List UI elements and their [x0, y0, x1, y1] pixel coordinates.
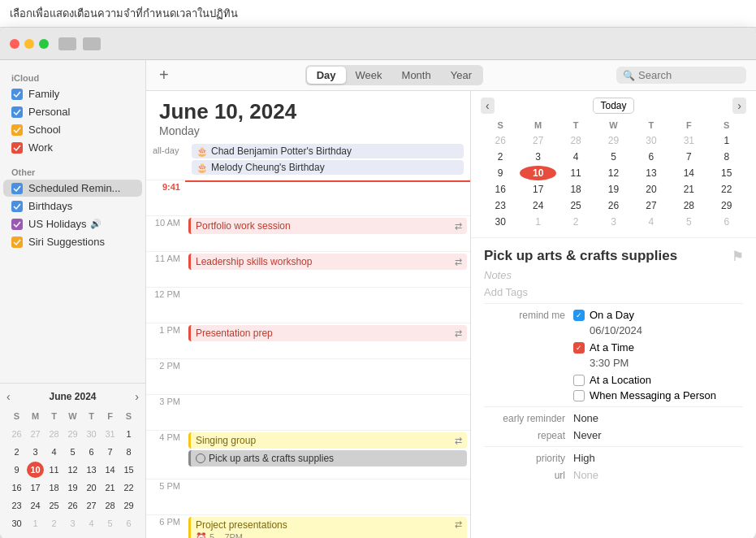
- cal-day-5-4[interactable]: 4: [633, 215, 669, 229]
- cal-day-0-3[interactable]: 29: [64, 426, 81, 442]
- sidebar-item-work[interactable]: Work: [3, 139, 142, 156]
- cal-day-1-1[interactable]: 3: [520, 150, 555, 164]
- mini-cal-next[interactable]: ›: [135, 390, 139, 403]
- sidebar-item-personal[interactable]: Personal: [3, 103, 142, 120]
- event-project[interactable]: Project presentations ⇄ ⏰ 5 – 7PM: [188, 517, 467, 538]
- cal-day-2-5[interactable]: 14: [671, 166, 706, 180]
- cal-day-2-3[interactable]: 12: [64, 462, 81, 478]
- work-checkbox[interactable]: [11, 142, 23, 154]
- cal-day-0-1[interactable]: 27: [520, 133, 555, 148]
- cal-day-1-1[interactable]: 3: [27, 444, 44, 460]
- cal-day-1-4[interactable]: 6: [633, 150, 669, 164]
- sidebar-item-scheduled[interactable]: Scheduled Remin...: [3, 180, 142, 197]
- view-day-button[interactable]: Day: [307, 67, 346, 84]
- cal-day-5-4[interactable]: 4: [83, 515, 100, 531]
- cal-day-4-0[interactable]: 23: [482, 198, 518, 213]
- cal-day-5-1[interactable]: 1: [520, 215, 555, 229]
- search-input[interactable]: [638, 69, 736, 81]
- birthdays-checkbox[interactable]: [11, 201, 23, 212]
- cal-day-5-0[interactable]: 30: [8, 515, 25, 531]
- cal-day-4-1[interactable]: 24: [520, 198, 555, 213]
- siri-checkbox[interactable]: [11, 236, 23, 248]
- family-checkbox[interactable]: [11, 89, 23, 100]
- cal-day-3-3[interactable]: 19: [64, 479, 81, 496]
- sidebar-item-siri[interactable]: Siri Suggestions: [3, 233, 142, 250]
- cal-day-5-2[interactable]: 2: [45, 515, 63, 531]
- personal-checkbox[interactable]: [11, 106, 23, 118]
- sidebar-item-us-holidays[interactable]: US Holidays 🔊: [3, 215, 142, 232]
- cal-day-0-5[interactable]: 31: [102, 426, 119, 442]
- cal-day-0-6[interactable]: 1: [709, 133, 745, 148]
- calendar-icon[interactable]: [58, 37, 76, 50]
- cal-day-2-3[interactable]: 12: [595, 166, 631, 180]
- cal-day-3-5[interactable]: 21: [671, 182, 706, 197]
- at-a-time-checkbox[interactable]: [573, 342, 585, 354]
- cal-day-1-0[interactable]: 2: [8, 444, 25, 460]
- sidebar-item-birthdays[interactable]: Birthdays: [3, 197, 142, 215]
- cal-day-4-2[interactable]: 25: [45, 497, 63, 514]
- cal-day-2-2[interactable]: 11: [45, 462, 63, 478]
- mini-cal-top-next[interactable]: ›: [732, 98, 746, 114]
- cal-day-2-0[interactable]: 9: [482, 166, 518, 180]
- cal-day-0-2[interactable]: 28: [45, 426, 63, 442]
- cal-day-5-6[interactable]: 6: [709, 215, 745, 229]
- cal-day-4-3[interactable]: 26: [595, 198, 631, 213]
- all-day-event-2[interactable]: 🎂 Melody Cheung's Birthday: [192, 160, 464, 175]
- cal-day-0-6[interactable]: 1: [120, 426, 137, 442]
- cal-day-1-2[interactable]: 4: [558, 150, 594, 164]
- view-week-button[interactable]: Week: [346, 67, 392, 84]
- at-a-location-checkbox[interactable]: [573, 375, 585, 386]
- cal-day-3-0[interactable]: 16: [8, 479, 25, 496]
- cal-day-2-0[interactable]: 9: [8, 462, 25, 478]
- cal-day-3-2[interactable]: 18: [558, 182, 594, 197]
- cal-day-2-4[interactable]: 13: [633, 166, 669, 180]
- cal-day-0-0[interactable]: 26: [8, 426, 25, 442]
- cal-day-0-1[interactable]: 27: [27, 426, 44, 442]
- on-a-day-checkbox[interactable]: [573, 310, 585, 321]
- notes-placeholder[interactable]: Notes: [484, 269, 512, 281]
- mini-cal-prev[interactable]: ‹: [6, 390, 11, 403]
- cal-day-5-1[interactable]: 1: [27, 515, 44, 531]
- event-presentation[interactable]: Presentation prep ⇄: [188, 325, 467, 341]
- cal-day-2-6[interactable]: 15: [709, 166, 745, 180]
- cal-day-2-6[interactable]: 15: [120, 462, 137, 478]
- event-singing[interactable]: Singing group ⇄: [188, 432, 467, 449]
- cal-day-4-1[interactable]: 24: [27, 497, 44, 514]
- cal-day-1-4[interactable]: 6: [83, 444, 100, 460]
- cal-day-4-0[interactable]: 23: [8, 497, 25, 514]
- cal-day-4-5[interactable]: 28: [671, 198, 706, 213]
- cal-day-2-2[interactable]: 11: [558, 166, 594, 180]
- school-checkbox[interactable]: [11, 124, 23, 136]
- close-button[interactable]: [10, 39, 19, 49]
- cal-day-0-5[interactable]: 31: [671, 133, 706, 148]
- cal-day-2-1[interactable]: 10: [27, 462, 44, 478]
- when-messaging-checkbox[interactable]: [573, 390, 585, 401]
- all-day-event-1[interactable]: 🎂 Chad Benjamin Potter's Birthday: [192, 144, 464, 158]
- cal-day-1-5[interactable]: 7: [102, 444, 119, 460]
- mini-cal-top-prev[interactable]: ‹: [481, 98, 495, 114]
- view-month-button[interactable]: Month: [392, 67, 441, 84]
- add-tags[interactable]: Add Tags: [484, 286, 528, 298]
- flag-icon[interactable]: ⚑: [732, 249, 743, 264]
- minimize-button[interactable]: [24, 39, 34, 49]
- cal-day-3-6[interactable]: 22: [120, 479, 137, 496]
- scheduled-checkbox[interactable]: [11, 183, 23, 194]
- cal-day-5-0[interactable]: 30: [482, 215, 518, 229]
- cal-day-3-3[interactable]: 19: [595, 182, 631, 197]
- us-holidays-checkbox[interactable]: [11, 219, 23, 230]
- cal-day-4-3[interactable]: 26: [64, 497, 81, 514]
- cal-day-1-2[interactable]: 4: [45, 444, 63, 460]
- event-pickup[interactable]: Pick up arts & crafts supplies: [188, 450, 467, 466]
- cal-day-0-4[interactable]: 30: [83, 426, 100, 442]
- cal-day-3-2[interactable]: 18: [45, 479, 63, 496]
- maximize-button[interactable]: [39, 39, 49, 49]
- view-year-button[interactable]: Year: [441, 67, 482, 84]
- cal-day-0-3[interactable]: 29: [595, 133, 631, 148]
- sidebar-item-school[interactable]: School: [3, 121, 142, 138]
- mini-cal-today-button[interactable]: Today: [593, 98, 633, 114]
- cal-day-1-6[interactable]: 8: [120, 444, 137, 460]
- cal-day-4-4[interactable]: 27: [633, 198, 669, 213]
- event-portfolio[interactable]: Portfolio work session ⇄: [188, 218, 467, 234]
- cal-day-3-4[interactable]: 20: [633, 182, 669, 197]
- cal-day-2-5[interactable]: 14: [102, 462, 119, 478]
